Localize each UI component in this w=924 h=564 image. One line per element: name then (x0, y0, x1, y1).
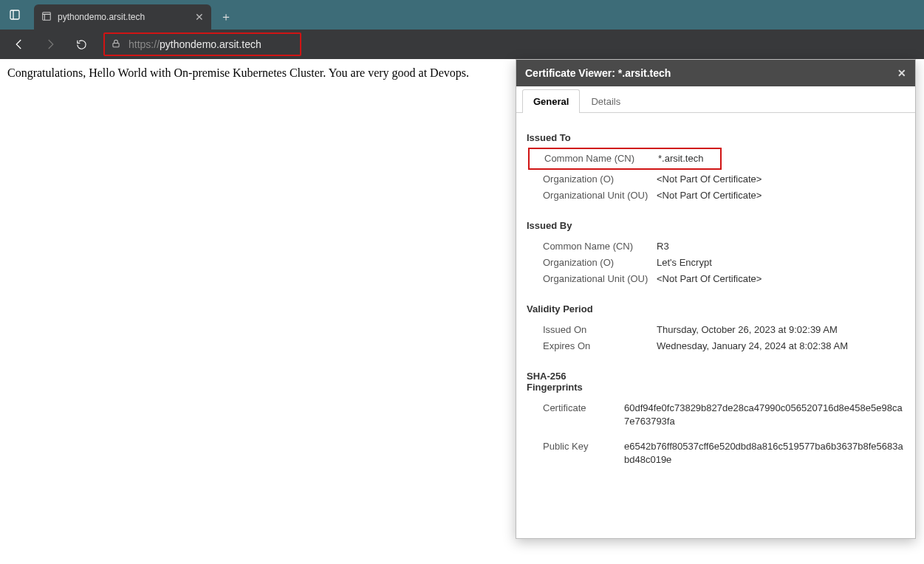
validity-exp-k: Expires On (543, 340, 657, 353)
issued-to-o-k: Organization (O) (543, 173, 657, 186)
validity-head: Validity Period (527, 303, 905, 314)
issued-by-o-row: Organization (O) Let's Encrypt (527, 255, 905, 271)
issued-by-head: Issued By (527, 220, 905, 231)
issued-to-section: Issued To Common Name (CN) *.arsit.tech … (527, 132, 905, 204)
issued-by-section: Issued By Common Name (CN) R3 Organizati… (527, 220, 905, 287)
validity-section: Validity Period Issued On Thursday, Octo… (527, 303, 905, 354)
cert-tabs: General Details (516, 86, 915, 113)
tab-details[interactable]: Details (580, 89, 632, 113)
tab-favicon (41, 11, 52, 24)
issued-to-o-row: Organization (O) <Not Part Of Certificat… (527, 171, 905, 188)
issued-to-head: Issued To (527, 132, 905, 143)
issued-to-ou-row: Organizational Unit (OU) <Not Part Of Ce… (527, 188, 905, 204)
validity-issued-row: Issued On Thursday, October 26, 2023 at … (527, 322, 905, 338)
forward-button[interactable] (37, 32, 64, 56)
sha-section: SHA-256 Fingerprints Certificate 60df94f… (527, 371, 905, 468)
issued-by-o-v: Let's Encrypt (657, 256, 905, 269)
issued-by-o-k: Organization (O) (543, 256, 657, 269)
cert-body: Issued To Common Name (CN) *.arsit.tech … (516, 113, 915, 477)
cert-title-prefix: Certificate Viewer: (525, 67, 618, 79)
issued-to-cn-v: *.arsit.tech (658, 152, 714, 165)
url-text: https://pythondemo.arsit.tech (129, 38, 261, 50)
issued-to-cn-k: Common Name (CN) (544, 152, 658, 165)
tabs: pythondemo.arsit.tech ✕ ＋ (30, 0, 239, 30)
sha-head-1: SHA-256 (527, 371, 566, 382)
sha-pk-v: e6542b76ff80537cff6e520dbd8a816c519577ba… (624, 440, 905, 467)
tab-close-icon[interactable]: ✕ (195, 11, 204, 23)
back-button[interactable] (6, 32, 32, 56)
tab-title: pythondemo.arsit.tech (58, 12, 189, 22)
svg-rect-2 (43, 12, 51, 20)
issued-by-cn-v: R3 (657, 240, 905, 253)
toolbar: https://pythondemo.arsit.tech (0, 30, 924, 59)
tab-general[interactable]: General (522, 89, 580, 113)
validity-iss-v: Thursday, October 26, 2023 at 9:02:39 AM (657, 323, 905, 337)
tab-actions-button[interactable] (0, 0, 30, 30)
certificate-viewer: Certificate Viewer: *.arsit.tech ✕ Gener… (516, 59, 916, 539)
issued-by-ou-v: <Not Part Of Certificate> (657, 272, 905, 286)
issued-by-ou-row: Organizational Unit (OU) <Not Part Of Ce… (527, 271, 905, 287)
issued-by-cn-row: Common Name (CN) R3 (527, 238, 905, 255)
titlebar: pythondemo.arsit.tech ✕ ＋ (0, 0, 924, 30)
cert-header: Certificate Viewer: *.arsit.tech ✕ (516, 60, 915, 86)
sha-cert-k: Certificate (543, 402, 624, 428)
validity-iss-k: Issued On (543, 323, 657, 337)
close-icon[interactable]: ✕ (897, 67, 906, 79)
svg-rect-0 (10, 10, 19, 19)
sha-head: SHA-256 Fingerprints (527, 371, 905, 393)
address-bar[interactable]: https://pythondemo.arsit.tech (103, 32, 301, 56)
cert-title-domain: *.arsit.tech (618, 67, 671, 79)
url-host: pythondemo.arsit.tech (160, 38, 261, 50)
sha-pk-k: Public Key (543, 440, 624, 467)
sha-cert-row: Certificate 60df94fe0fc73829b827de28ca47… (527, 400, 905, 430)
url-proto: https:// (129, 38, 160, 50)
page: Congratulations, Hello World with On-pre… (0, 59, 924, 564)
validity-exp-v: Wednesday, January 24, 2024 at 8:02:38 A… (657, 340, 905, 353)
reload-button[interactable] (68, 32, 95, 56)
issued-to-o-v: <Not Part Of Certificate> (657, 173, 905, 186)
browser-tab[interactable]: pythondemo.arsit.tech ✕ (34, 4, 211, 30)
sha-pk-row: Public Key e6542b76ff80537cff6e520dbd8a8… (527, 439, 905, 468)
cert-title: Certificate Viewer: *.arsit.tech (525, 67, 671, 79)
issued-to-ou-v: <Not Part Of Certificate> (657, 189, 905, 202)
issued-to-ou-k: Organizational Unit (OU) (543, 189, 657, 202)
new-tab-button[interactable]: ＋ (213, 4, 239, 30)
sha-head-2: Fingerprints (527, 382, 583, 393)
validity-expires-row: Expires On Wednesday, January 24, 2024 a… (527, 338, 905, 354)
sha-cert-v: 60df94fe0fc73829b827de28ca47990c05652071… (624, 402, 905, 428)
issued-by-cn-k: Common Name (CN) (543, 240, 657, 253)
lock-icon[interactable] (111, 38, 121, 51)
issued-by-ou-k: Organizational Unit (OU) (543, 272, 657, 286)
svg-rect-3 (113, 43, 119, 47)
issued-to-cn-row: Common Name (CN) *.arsit.tech (528, 148, 722, 170)
